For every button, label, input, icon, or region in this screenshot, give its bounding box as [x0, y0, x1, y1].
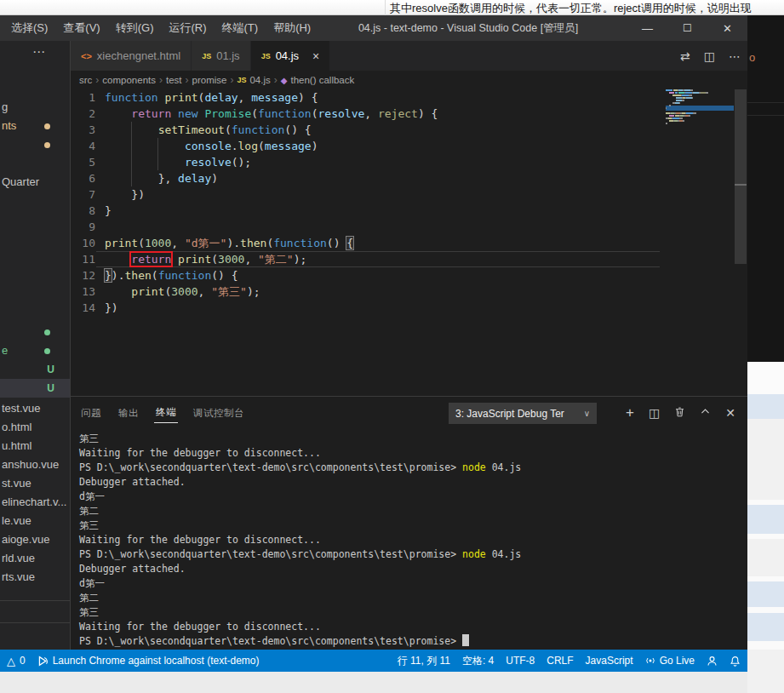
warning-count: 0: [20, 655, 26, 667]
new-terminal-icon[interactable]: +: [626, 404, 634, 421]
sidebar-item[interactable]: U: [0, 379, 71, 398]
minimap[interactable]: [666, 89, 734, 260]
sidebar-file-elinechart.v...[interactable]: elinechart.v...: [0, 493, 71, 512]
minimap-line: [666, 102, 680, 104]
code-line-14: 14}): [71, 300, 667, 316]
status-left: △ 0 Launch Chrome against localhost (tex…: [7, 655, 259, 667]
feedback-status[interactable]: [707, 656, 718, 667]
editor-scrollbar[interactable]: [735, 89, 747, 264]
line-number: 8: [71, 203, 95, 219]
window-title: 04.js - text-demo - Visual Studio Code […: [340, 15, 596, 41]
breadcrumb-components[interactable]: components: [102, 75, 156, 85]
split-terminal-icon[interactable]: ◫: [649, 406, 660, 420]
notifications-status[interactable]: [730, 656, 741, 667]
minimize-icon[interactable]: —: [627, 15, 667, 41]
line-number: 1: [71, 89, 95, 106]
bottom-panel: 问题输出终端调试控制台 3: JavaScript Debug Ter ∨ +◫…: [71, 396, 747, 650]
status-item[interactable]: CRLF: [547, 655, 573, 667]
tab-04.js[interactable]: JS04.js×: [251, 41, 330, 71]
menu-S[interactable]: 选择(S): [3, 15, 55, 41]
editor-tab-bar: <>xiechengnet.htmlJS01.jsJS04.js×: [71, 41, 747, 71]
background-window-bottom-strip: [0, 672, 747, 693]
terminal-line: PS D:\_work\secondquarter\text-demo\src\…: [79, 461, 521, 475]
sidebar-more-actions-icon[interactable]: ⋯: [32, 44, 46, 60]
sidebar-file-anshuo.vue[interactable]: anshuo.vue: [0, 455, 71, 474]
sidebar-file-st.vue[interactable]: st.vue: [0, 474, 71, 493]
line-number: 4: [71, 138, 95, 154]
maximize-icon[interactable]: ☐: [667, 15, 707, 41]
code-line-12: 12}).then(function() {: [71, 267, 667, 284]
breadcrumb-test[interactable]: test: [166, 75, 182, 85]
breadcrumb-promise[interactable]: promise: [192, 75, 227, 85]
background-row: [747, 641, 784, 650]
sidebar-file-o.html[interactable]: o.html: [0, 418, 71, 437]
sidebar-item[interactable]: [0, 135, 71, 154]
sidebar-item[interactable]: nts: [0, 117, 71, 135]
sidebar-file-rts.vue[interactable]: rts.vue: [0, 568, 71, 587]
close-panel-icon[interactable]: ✕: [725, 406, 735, 420]
sidebar-file-aioge.vue[interactable]: aioge.vue: [0, 530, 71, 549]
terminal-line: PS D:\_work\secondquarter\text-demo\src\…: [79, 634, 521, 649]
panel-tab-输出[interactable]: 输出: [117, 404, 140, 423]
tab-xiechengnet.html[interactable]: <>xiechengnet.html: [71, 41, 191, 71]
maximize-panel-icon[interactable]: [700, 405, 711, 421]
sidebar-section-divider: [0, 600, 71, 601]
close-icon[interactable]: ✕: [707, 15, 747, 41]
person-icon: [707, 656, 718, 667]
code-editor[interactable]: 1function print(delay, message) {2 retur…: [71, 89, 747, 396]
menu-T[interactable]: 终端(T): [215, 15, 266, 41]
sidebar-file-u.html[interactable]: u.html: [0, 437, 71, 455]
sidebar-file-test.vue[interactable]: test.vue: [0, 399, 71, 418]
breadcrumb[interactable]: src›components›test›promise›JS04.js›◆the…: [71, 71, 747, 89]
close-tab-icon[interactable]: ×: [312, 49, 319, 63]
problems-status[interactable]: △ 0: [7, 655, 26, 667]
sidebar-item[interactable]: Quarter: [0, 173, 71, 192]
menu-bar: 选择(S)查看(V)转到(G)运行(R)终端(T)帮助(H): [3, 15, 318, 41]
terminal-line: Waiting for the debugger to disconnect..…: [79, 620, 521, 634]
sidebar-item[interactable]: [0, 323, 71, 341]
panel-tab-调试控制台[interactable]: 调试控制台: [192, 404, 246, 423]
background-row: [747, 650, 784, 693]
chevron-down-icon: ∨: [584, 409, 590, 418]
menu-H[interactable]: 帮助(H): [266, 15, 318, 41]
minimap-line: [666, 94, 692, 96]
line-number: 11: [71, 251, 95, 267]
launch-config-status[interactable]: Launch Chrome against localhost (text-de…: [37, 655, 260, 667]
status-item[interactable]: JavaScript: [586, 655, 633, 667]
status-item[interactable]: 空格: 4: [462, 654, 494, 668]
menu-V[interactable]: 查看(V): [55, 15, 107, 41]
sidebar-item[interactable]: e: [0, 341, 71, 360]
git-untracked-badge: U: [47, 360, 54, 379]
chevron-right-icon: ›: [274, 74, 278, 86]
sidebar-file-le.vue[interactable]: le.vue: [0, 512, 71, 530]
breadcrumb-symbol[interactable]: then() callback: [290, 75, 354, 85]
open-changes-icon[interactable]: ⇄: [680, 49, 690, 63]
status-item[interactable]: UTF-8: [506, 655, 535, 667]
breadcrumb-src[interactable]: src: [79, 75, 92, 85]
git-status-dot-icon: [44, 123, 50, 129]
more-actions-icon[interactable]: ⋯: [729, 49, 741, 63]
code-text: setTimeout(function() {: [105, 122, 312, 138]
sidebar-item[interactable]: U: [0, 360, 71, 379]
terminal-line: 第三: [79, 518, 521, 533]
terminal-output[interactable]: 第三Waiting for the debugger to disconnect…: [79, 432, 521, 649]
breadcrumb-file[interactable]: 04.js: [249, 75, 270, 85]
sidebar-file-rld.vue[interactable]: rld.vue: [0, 549, 71, 568]
tab-01.js[interactable]: JS01.js: [192, 41, 249, 71]
title-bar: 选择(S)查看(V)转到(G)运行(R)终端(T)帮助(H) 04.js - t…: [0, 15, 747, 41]
sidebar-item[interactable]: g: [0, 98, 71, 117]
go-live-status[interactable]: Go Live: [645, 655, 695, 667]
terminal-line: 第三: [79, 605, 521, 620]
menu-G[interactable]: 转到(G): [108, 15, 162, 41]
terminal-select[interactable]: 3: JavaScript Debug Ter ∨: [449, 403, 597, 424]
code-line-6: 6 }, delay): [71, 170, 667, 186]
menu-R[interactable]: 运行(R): [161, 15, 214, 41]
git-status-dot-icon: [44, 348, 50, 354]
panel-actions: +◫✕: [626, 397, 735, 429]
panel-tab-问题[interactable]: 问题: [79, 404, 103, 423]
kill-terminal-icon[interactable]: [674, 405, 685, 421]
code-line-9: 9: [71, 219, 667, 235]
panel-tab-终端[interactable]: 终端: [154, 403, 178, 423]
split-editor-icon[interactable]: ◫: [704, 49, 715, 63]
status-item[interactable]: 行 11, 列 11: [398, 654, 450, 668]
